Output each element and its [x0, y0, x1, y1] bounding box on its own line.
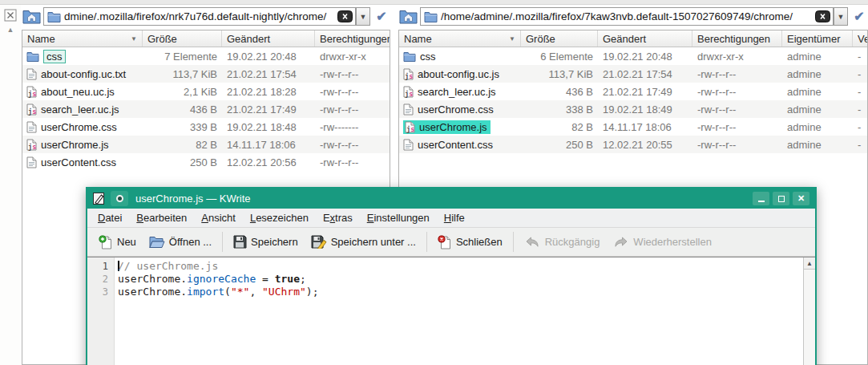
- file-name-label: about-config.uc.txt: [41, 68, 126, 80]
- maximize-button[interactable]: [773, 192, 789, 205]
- file-permissions-cell: drwxr-xr-x: [315, 51, 390, 63]
- window-pin-icon[interactable]: [111, 191, 128, 206]
- column-header-gre[interactable]: Größe: [521, 30, 598, 47]
- file-row[interactable]: css6 Elemente19.02.21 20:48drwxr-xr-xadm…: [399, 47, 867, 65]
- menu-einstellungen[interactable]: Einstellungen: [360, 212, 437, 224]
- code-token: "*": [231, 286, 249, 298]
- toolbar-button-open-folder[interactable]: Öffnen ...: [143, 231, 218, 253]
- file-name-cell: jsabout_neu.uc.js: [22, 86, 143, 98]
- scroll-up-button[interactable]: ▲: [804, 258, 815, 270]
- panel-close-button[interactable]: [4, 9, 18, 22]
- file-permissions-cell: -rw-r--r--: [315, 68, 390, 80]
- column-header-name[interactable]: Name▼: [399, 30, 521, 47]
- column-header-label: Berechtigungen: [320, 33, 390, 45]
- toolbar-button-new-document[interactable]: Neu: [92, 231, 143, 253]
- file-row[interactable]: userChrome.css339 B19.02.21 18:48-rw----…: [22, 118, 390, 136]
- file-row[interactable]: jssearch_leer.uc.js436 B21.02.21 17:49-r…: [399, 83, 867, 100]
- column-header-berechtigungen[interactable]: Berechtigungen: [315, 30, 390, 47]
- menu-datei[interactable]: Datei: [91, 212, 129, 224]
- line-number-gutter: 123: [87, 258, 115, 365]
- js-file-icon: js: [26, 86, 37, 98]
- file-row[interactable]: jssearch_leer.uc.js436 B21.02.21 17:49-r…: [22, 100, 390, 118]
- toolbar-button-undo: Rückgängig: [518, 231, 607, 253]
- file-modified-cell: 14.11.17 18:06: [222, 139, 315, 151]
- kwrite-titlebar[interactable]: userChrome.js — KWrite ✕: [87, 189, 815, 209]
- apply-path-button[interactable]: ✔: [850, 9, 868, 24]
- svg-text:js: js: [28, 142, 36, 150]
- file-row[interactable]: css7 Elemente19.02.21 20:48drwxr-xr-x: [22, 47, 390, 65]
- folder-icon: [47, 11, 61, 22]
- path-input-left[interactable]: dmine/.mozilla/firefox/nrk7u76d.default-…: [43, 7, 356, 26]
- column-header-ve[interactable]: Ve: [853, 30, 868, 47]
- menu-extras[interactable]: Extras: [316, 212, 360, 224]
- file-size-cell: 339 B: [143, 121, 222, 133]
- file-modified-cell: 21.02.21 18:28: [222, 86, 315, 98]
- close-button[interactable]: ✕: [793, 192, 809, 205]
- svg-text:js: js: [28, 107, 36, 115]
- clear-path-button[interactable]: [337, 10, 353, 22]
- home-folder-button[interactable]: [398, 9, 418, 25]
- toolbar-button-redo: Wiederherstellen: [606, 231, 718, 253]
- svg-text:js: js: [28, 89, 36, 97]
- file-modified-cell: 21.02.21 17:49: [222, 103, 315, 116]
- file-name-label: about_neu.uc.js: [41, 86, 115, 98]
- file-permissions-cell: -rw-r--r--: [692, 86, 782, 98]
- menu-hilfe[interactable]: Hilfe: [437, 212, 472, 224]
- close-document-icon: [438, 235, 452, 249]
- file-row[interactable]: jsabout-config.uc.js113,7 KiB21.02.21 17…: [399, 65, 867, 83]
- column-header-label: Name: [404, 33, 432, 45]
- file-row[interactable]: about-config.uc.txt113,7 KiB21.02.21 17:…: [22, 65, 390, 83]
- editor-scrollbar[interactable]: ▲: [803, 258, 815, 365]
- path-input-right[interactable]: /home/admine/.mozilla/firefox/7kaw3nvb.d…: [420, 7, 834, 26]
- editor-area: 123 // userChrome.jsuserChrome.ignoreCac…: [87, 257, 815, 365]
- path-history-dropdown[interactable]: ▼: [356, 7, 370, 26]
- scroll-up-icon[interactable]: ▲: [0, 26, 21, 34]
- file-link-cell: -: [853, 139, 867, 151]
- column-header-label: Berechtigungen: [697, 33, 770, 45]
- code-token: =: [256, 273, 274, 285]
- column-header-gendert[interactable]: Geändert: [222, 30, 315, 47]
- menu-lesezeichen[interactable]: Lesezeichen: [243, 212, 316, 224]
- file-size-cell: 2,1 KiB: [143, 86, 222, 98]
- code-token: .: [180, 273, 187, 285]
- column-header-gre[interactable]: Größe: [143, 30, 222, 47]
- file-modified-cell: 21.02.21 17:49: [598, 86, 692, 98]
- column-header-berechtigungen[interactable]: Berechtigungen: [692, 30, 782, 47]
- file-permissions-cell: -rw-r--r--: [315, 139, 390, 151]
- home-folder-button[interactable]: [22, 9, 41, 25]
- kwrite-toolbar: NeuÖffnen ...SpeichernSpeichern unter ..…: [87, 228, 815, 257]
- menu-bearbeiten[interactable]: Bearbeiten: [129, 212, 194, 224]
- svg-text:js: js: [406, 124, 414, 132]
- line-number: 3: [87, 286, 108, 298]
- code-token: (: [224, 286, 231, 298]
- file-name-label: userChrome.css: [418, 103, 494, 116]
- file-row[interactable]: userChrome.css338 B19.02.21 18:49-rw-r--…: [399, 100, 867, 118]
- file-row[interactable]: jsabout_neu.uc.js2,1 KiB21.02.21 18:28-r…: [22, 83, 390, 100]
- file-modified-cell: 21.02.21 17:54: [598, 68, 692, 80]
- apply-path-button[interactable]: ✔: [373, 9, 390, 24]
- file-row[interactable]: userContent.css250 B12.02.21 20:56-rw-r-…: [22, 153, 390, 171]
- toolbar-button-save[interactable]: Speichern: [227, 231, 305, 253]
- file-row[interactable]: userContent.css250 B12.02.21 20:55-rw-r-…: [399, 136, 867, 153]
- document-icon: [26, 68, 37, 80]
- sort-indicator-icon: ▼: [127, 35, 137, 43]
- column-header-gendert[interactable]: Geändert: [598, 30, 692, 47]
- svg-text:js: js: [405, 71, 413, 79]
- file-row[interactable]: jsuserChrome.js82 B14.11.17 18:06-rw-r--…: [22, 136, 390, 153]
- file-name-label: userContent.css: [418, 139, 493, 151]
- file-size-cell: 6 Elemente: [521, 51, 598, 63]
- document-icon: [26, 121, 37, 133]
- code-view[interactable]: // userChrome.jsuserChrome.ignoreCache =…: [115, 258, 803, 365]
- clear-path-button[interactable]: [815, 10, 830, 22]
- menu-ansicht[interactable]: Ansicht: [194, 212, 243, 224]
- toolbar-button-close-document[interactable]: Schließen: [431, 231, 509, 253]
- column-header-name[interactable]: Name▼: [22, 30, 143, 47]
- toolbar-button-save-as[interactable]: Speichern unter ...: [305, 231, 422, 253]
- column-header-eigentmer[interactable]: Eigentümer: [782, 30, 853, 47]
- path-text: /home/admine/.mozilla/firefox/7kaw3nvb.d…: [441, 10, 812, 22]
- minimize-button[interactable]: [753, 192, 769, 205]
- file-name-label: userChrome.css: [41, 121, 117, 133]
- file-size-cell: 82 B: [521, 121, 598, 133]
- file-row[interactable]: jsuserChrome.js82 B14.11.17 18:06-rw-r--…: [399, 118, 867, 136]
- path-history-dropdown[interactable]: ▼: [834, 7, 848, 26]
